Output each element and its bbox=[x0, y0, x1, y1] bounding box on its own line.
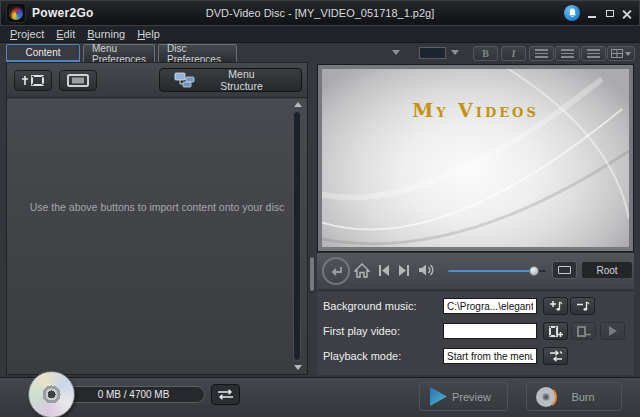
tab-disc-preferences[interactable]: Disc Preferences bbox=[158, 44, 237, 62]
content-scrollbar[interactable] bbox=[291, 100, 304, 372]
volume-slider[interactable] bbox=[448, 265, 546, 277]
remove-film-icon bbox=[576, 325, 591, 338]
volume-icon bbox=[418, 263, 435, 277]
status-bar: 0 MB / 4700 MB Preview Burn bbox=[0, 377, 640, 417]
bold-button[interactable]: B bbox=[473, 46, 498, 61]
first-play-video-input[interactable] bbox=[443, 323, 537, 339]
enter-arrow-icon bbox=[330, 266, 343, 277]
tab-menu-preferences[interactable]: Menu Preferences bbox=[83, 44, 155, 62]
scrollbar-track[interactable] bbox=[293, 111, 301, 361]
add-video-button[interactable] bbox=[14, 70, 52, 91]
burn-disc-icon bbox=[535, 386, 557, 408]
empty-content-message: Use the above buttons to import content … bbox=[7, 201, 307, 213]
close-button[interactable] bbox=[620, 7, 634, 20]
chevron-down-icon bbox=[625, 52, 631, 56]
title-bar: Power2Go DVD-Video Disc - [MY_VIDEO_0517… bbox=[0, 0, 640, 26]
align-right-button[interactable] bbox=[581, 46, 606, 61]
layout-grid-icon bbox=[611, 49, 623, 58]
content-panel: Menu Structure Use the above buttons to … bbox=[6, 62, 308, 375]
swap-arrows-icon bbox=[217, 389, 234, 400]
disc-content-area: Use the above buttons to import content … bbox=[7, 99, 307, 374]
remove-music-icon bbox=[576, 300, 590, 312]
add-music-icon bbox=[549, 300, 563, 312]
content-toolbar: Menu Structure bbox=[7, 63, 307, 98]
background-music-input[interactable] bbox=[443, 298, 537, 314]
font-dropdown[interactable] bbox=[392, 50, 400, 55]
add-video-icon bbox=[20, 74, 46, 87]
text-layout-button[interactable] bbox=[607, 46, 635, 61]
menu-edit[interactable]: Edit bbox=[56, 28, 75, 40]
maximize-button[interactable] bbox=[603, 7, 617, 20]
change-disc-button[interactable] bbox=[211, 384, 240, 405]
volume-slider-thumb[interactable] bbox=[529, 266, 539, 276]
align-left-button[interactable] bbox=[529, 46, 554, 61]
notification-bell-icon[interactable] bbox=[564, 5, 580, 21]
menu-structure-label: Menu Structure bbox=[206, 68, 301, 92]
menu-structure-button[interactable]: Menu Structure bbox=[159, 68, 302, 92]
tv-safe-zone-button[interactable] bbox=[552, 261, 577, 279]
tab-content[interactable]: Content bbox=[6, 44, 80, 62]
play-icon bbox=[608, 326, 617, 336]
chevron-down-icon bbox=[392, 50, 400, 55]
playback-mode-icon bbox=[549, 350, 563, 362]
menu-preview: My Videos bbox=[322, 69, 629, 247]
align-center-button[interactable] bbox=[555, 46, 580, 61]
splitter-grip[interactable] bbox=[310, 257, 314, 291]
screen-icon bbox=[558, 266, 571, 274]
home-button[interactable] bbox=[354, 263, 370, 278]
menu-title-text[interactable]: My Videos bbox=[322, 99, 629, 121]
next-icon bbox=[398, 265, 410, 276]
burn-button-label: Burn bbox=[557, 391, 621, 403]
menu-bar: Project Edit Burning Help bbox=[0, 26, 640, 43]
first-play-video-label: First play video: bbox=[323, 325, 400, 337]
enter-button[interactable] bbox=[322, 257, 350, 285]
root-button[interactable]: Root bbox=[582, 262, 632, 278]
mute-button[interactable] bbox=[418, 263, 435, 277]
menu-project[interactable]: Project bbox=[10, 28, 44, 40]
menu-background-art bbox=[322, 69, 629, 247]
create-menu-button[interactable] bbox=[59, 70, 97, 91]
font-size-dropdown[interactable] bbox=[451, 50, 459, 55]
font-size-box[interactable] bbox=[419, 47, 446, 59]
background-music-label: Background music: bbox=[323, 300, 417, 312]
home-icon bbox=[354, 263, 370, 278]
preview-button[interactable]: Preview bbox=[419, 382, 508, 411]
burn-button[interactable]: Burn bbox=[526, 382, 622, 411]
add-film-icon bbox=[548, 325, 563, 338]
next-button[interactable] bbox=[398, 265, 410, 276]
preview-play-icon bbox=[428, 387, 448, 406]
menu-settings-area: Background music: First play video: bbox=[317, 290, 634, 375]
align-right-icon bbox=[587, 49, 600, 58]
add-first-play-video-button[interactable] bbox=[543, 322, 568, 340]
window-title: DVD-Video Disc - [MY_VIDEO_051718_1.p2g] bbox=[0, 7, 640, 19]
menu-structure-icon bbox=[174, 72, 196, 88]
menu-burning[interactable]: Burning bbox=[87, 28, 125, 40]
preview-button-label: Preview bbox=[448, 391, 507, 403]
player-bar: Root bbox=[317, 252, 634, 289]
panel-splitter[interactable] bbox=[308, 62, 316, 375]
playback-mode-label: Playback mode: bbox=[323, 350, 401, 362]
widescreen-icon bbox=[67, 74, 89, 87]
disc-icon bbox=[28, 371, 75, 417]
align-center-icon bbox=[561, 49, 574, 58]
play-first-play-video-button[interactable] bbox=[600, 322, 625, 340]
playback-mode-input[interactable] bbox=[443, 348, 537, 364]
tab-strip: Content Menu Preferences Disc Preference… bbox=[6, 44, 237, 62]
align-left-icon bbox=[535, 49, 548, 58]
menu-preview-frame: My Videos bbox=[317, 64, 634, 252]
playback-mode-button[interactable] bbox=[543, 347, 568, 365]
remove-first-play-video-button[interactable] bbox=[571, 322, 596, 340]
italic-button[interactable]: I bbox=[501, 46, 526, 61]
scroll-down-icon[interactable] bbox=[294, 365, 302, 370]
disc-capacity-meter: 0 MB / 4700 MB bbox=[62, 386, 205, 403]
minimize-button[interactable] bbox=[585, 7, 599, 20]
remove-music-button[interactable] bbox=[570, 297, 595, 315]
previous-icon bbox=[378, 265, 390, 276]
scroll-up-icon[interactable] bbox=[294, 102, 302, 107]
menu-help[interactable]: Help bbox=[137, 28, 160, 40]
previous-button[interactable] bbox=[378, 265, 390, 276]
chevron-down-icon bbox=[451, 50, 459, 55]
add-music-button[interactable] bbox=[543, 297, 568, 315]
